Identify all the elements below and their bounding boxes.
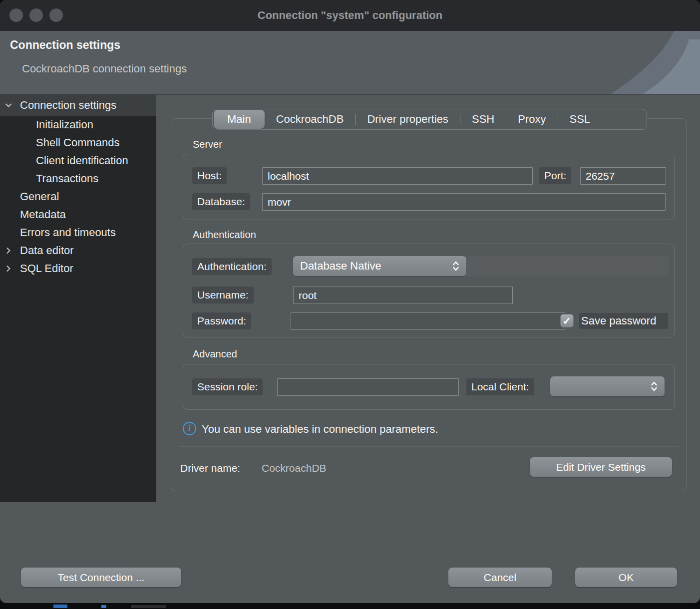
local-client-label: Local Client: xyxy=(466,378,534,395)
sidebar-item-label: Transactions xyxy=(36,172,98,185)
driver-name-value: CockroachDB xyxy=(262,462,327,474)
info-icon: i xyxy=(183,422,196,435)
chevron-down-icon[interactable] xyxy=(4,101,12,109)
header-decoration xyxy=(535,31,700,94)
connection-configuration-dialog: Connection "system" configuration Connec… xyxy=(0,0,700,603)
sidebar-item-transactions[interactable]: Transactions xyxy=(0,170,156,188)
sidebar-item-label: General xyxy=(20,190,59,203)
session-role-input[interactable] xyxy=(277,378,459,396)
main-tab-panel: Server Host: Port: Database: Authenticat… xyxy=(171,118,687,491)
password-label: Password: xyxy=(192,312,251,329)
test-connection-button[interactable]: Test Connection ... xyxy=(21,568,181,587)
authentication-select[interactable]: Database Native xyxy=(293,256,466,276)
local-client-select[interactable] xyxy=(550,376,665,396)
desktop-artifact xyxy=(101,605,106,608)
page-title: Connection settings xyxy=(10,38,120,52)
driver-divider xyxy=(179,446,679,447)
sidebar-item-general[interactable]: General xyxy=(0,188,156,206)
save-password-checkbox[interactable]: ✓ xyxy=(560,314,574,327)
authentication-group: Authentication: Database Native Username… xyxy=(183,244,675,337)
tab-ssl[interactable]: SSL xyxy=(558,109,602,130)
tab-main[interactable]: Main xyxy=(214,110,265,129)
authentication-select-value: Database Native xyxy=(300,260,448,273)
sidebar-item-metadata[interactable]: Metadata xyxy=(0,206,156,224)
authentication-label: Authentication: xyxy=(192,258,272,275)
check-icon: ✓ xyxy=(563,315,571,327)
desktop-artifact xyxy=(131,605,166,608)
username-label: Username: xyxy=(192,287,254,304)
host-label: Host: xyxy=(192,167,227,184)
sidebar-item-label: Errors and timeouts xyxy=(20,226,116,239)
screen: Connection "system" configuration Connec… xyxy=(0,0,700,609)
sidebar-item-connection-settings[interactable]: Connection settings xyxy=(0,95,156,116)
port-input[interactable] xyxy=(580,167,666,185)
tab-driver-properties[interactable]: Driver properties xyxy=(355,109,460,130)
driver-name-label: Driver name: xyxy=(180,462,240,474)
session-role-label: Session role: xyxy=(192,378,263,395)
tab-cockroachdb[interactable]: CockroachDB xyxy=(265,109,355,130)
select-chevrons-icon xyxy=(651,381,658,392)
advanced-group: Session role: Local Client: xyxy=(183,364,675,410)
password-input[interactable] xyxy=(291,312,565,330)
cancel-button[interactable]: Cancel xyxy=(448,568,552,587)
server-section-label: Server xyxy=(193,139,222,150)
edit-driver-settings-button[interactable]: Edit Driver Settings xyxy=(530,457,672,477)
save-password-label: Save password xyxy=(579,313,668,329)
select-chevrons-icon xyxy=(452,261,459,272)
sidebar-item-initialization[interactable]: Initialization xyxy=(0,116,156,134)
desktop-artifact xyxy=(53,605,67,608)
titlebar: Connection "system" configuration xyxy=(0,0,700,31)
ok-button[interactable]: OK xyxy=(575,568,677,587)
database-input[interactable] xyxy=(262,193,666,211)
tab-ssh[interactable]: SSH xyxy=(460,109,506,130)
sidebar-item-label: Metadata xyxy=(20,208,66,221)
sidebar-item-label: SQL Editor xyxy=(20,262,73,275)
sidebar-item-label: Initialization xyxy=(36,118,93,131)
sidebar-item-sql-editor[interactable]: SQL Editor xyxy=(0,260,156,278)
sidebar-item-label: Connection settings xyxy=(20,99,116,112)
advanced-section-label: Advanced xyxy=(193,348,237,360)
window-title: Connection "system" configuration xyxy=(0,0,700,31)
chevron-right-icon[interactable] xyxy=(4,247,12,255)
page-subtitle: CockroachDB connection settings xyxy=(22,62,187,75)
sidebar-item-label: Shell Commands xyxy=(36,136,120,149)
host-input[interactable] xyxy=(262,167,533,185)
sidebar-item-label: Client identification xyxy=(36,154,128,167)
footer-divider xyxy=(0,506,700,506)
database-label: Database: xyxy=(192,193,250,210)
connection-tabs: Main CockroachDB Driver properties SSH P… xyxy=(212,109,647,130)
authentication-section-label: Authentication xyxy=(193,229,256,241)
server-group: Host: Port: Database: xyxy=(183,154,675,220)
dialog-header: Connection settings CockroachDB connecti… xyxy=(0,31,700,95)
port-label: Port: xyxy=(539,167,571,184)
chevron-right-icon[interactable] xyxy=(4,265,12,273)
settings-tree: Connection settings Initialization Shell… xyxy=(0,95,156,502)
sidebar-item-shell-commands[interactable]: Shell Commands xyxy=(0,134,156,152)
sidebar-item-label: Data editor xyxy=(20,244,74,257)
sidebar-item-data-editor[interactable]: Data editor xyxy=(0,242,156,260)
tab-proxy[interactable]: Proxy xyxy=(506,109,557,130)
sidebar-item-errors-and-timeouts[interactable]: Errors and timeouts xyxy=(0,224,156,242)
sidebar-item-client-identification[interactable]: Client identification xyxy=(0,152,156,170)
variables-hint-text: You can use variables in connection para… xyxy=(202,423,438,436)
username-input[interactable] xyxy=(293,287,513,304)
info-icon-glyph: i xyxy=(188,423,191,434)
